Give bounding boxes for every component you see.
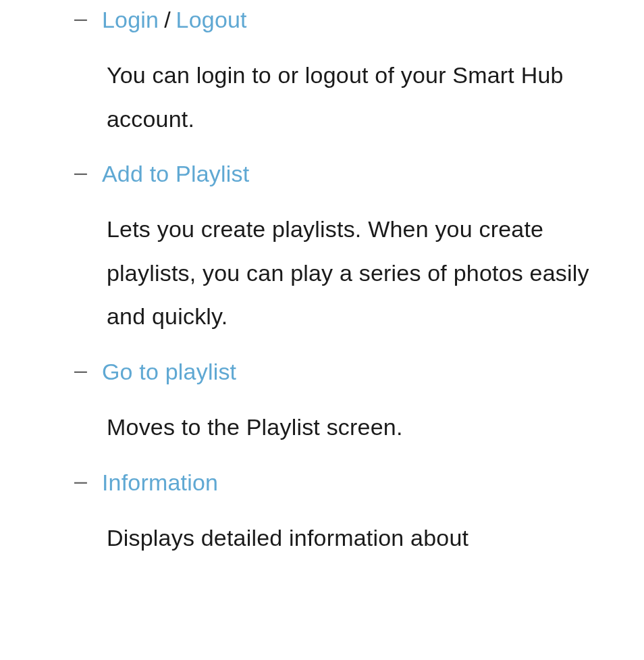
- list-item: – Add to Playlist Lets you create playli…: [0, 161, 644, 352]
- item-description: Lets you create playlists. When you crea…: [0, 187, 644, 352]
- item-description: You can login to or logout of your Smart…: [0, 33, 644, 154]
- separator: /: [164, 7, 170, 33]
- bullet-dash: –: [74, 357, 86, 383]
- item-header: – Go to playlist: [0, 359, 644, 385]
- list-item: – Go to playlist Moves to the Playlist s…: [0, 359, 644, 463]
- link-logout[interactable]: Logout: [176, 7, 247, 33]
- link-information[interactable]: Information: [102, 469, 218, 496]
- item-description: Moves to the Playlist screen.: [0, 385, 644, 463]
- list-item: – Login / Logout You can login to or log…: [0, 7, 644, 154]
- bullet-dash: –: [74, 5, 86, 31]
- bullet-dash: –: [74, 467, 86, 494]
- item-header: – Login / Logout: [0, 7, 644, 33]
- list-item: – Information Displays detailed informat…: [0, 469, 644, 574]
- link-add-to-playlist[interactable]: Add to Playlist: [102, 161, 249, 187]
- document-content: – Login / Logout You can login to or log…: [0, 0, 644, 573]
- bullet-dash: –: [74, 159, 86, 185]
- item-description: Displays detailed information about: [0, 496, 644, 574]
- item-header: – Information: [0, 469, 644, 496]
- link-login[interactable]: Login: [102, 7, 159, 33]
- link-go-to-playlist[interactable]: Go to playlist: [102, 359, 236, 385]
- item-header: – Add to Playlist: [0, 161, 644, 187]
